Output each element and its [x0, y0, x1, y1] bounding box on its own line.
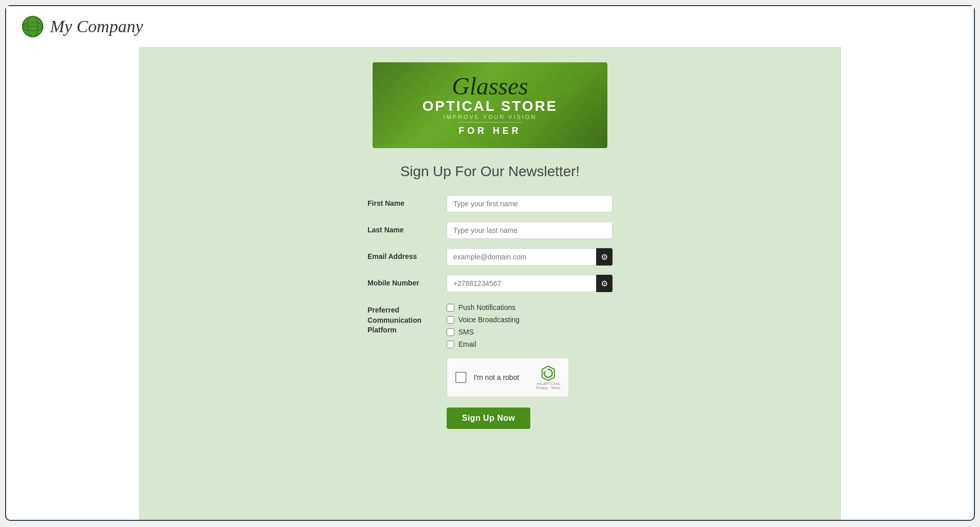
last-name-input[interactable] — [447, 222, 612, 239]
main-content-area: Glasses OPTICAL STORE IMPROVE YOUR VISIO… — [139, 47, 841, 520]
voice-broadcasting-checkbox[interactable] — [447, 316, 454, 324]
email-input[interactable] — [447, 248, 596, 266]
svg-point-5 — [396, 75, 431, 101]
last-name-row: Last Name — [368, 222, 612, 239]
banner-improve-text: IMPROVE YOUR VISION — [444, 114, 537, 120]
svg-point-12 — [544, 68, 569, 87]
first-name-input[interactable] — [447, 195, 612, 212]
recaptcha-links-text: Privacy - Terms — [536, 386, 560, 390]
mobile-input-wrapper: ⚙ — [447, 275, 612, 292]
newsletter-heading: Sign Up For Our Newsletter! — [154, 163, 826, 180]
company-name-label: My Company — [50, 17, 143, 36]
mobile-settings-button[interactable]: ⚙ — [596, 275, 612, 292]
email-checkbox[interactable] — [447, 341, 454, 348]
recaptcha-checkbox[interactable] — [455, 372, 467, 383]
sms-checkbox[interactable] — [447, 328, 454, 336]
voice-broadcasting-checkbox-item[interactable]: Voice Broadcasting — [447, 316, 520, 324]
svg-point-13 — [569, 68, 595, 87]
banner-optical-text: OPTICAL STORE — [422, 99, 557, 114]
checkbox-group: Push Notifications Voice Broadcasting SM… — [447, 301, 520, 348]
recaptcha-logo-area: reCAPTCHA Privacy - Terms — [536, 365, 560, 390]
voice-broadcasting-label: Voice Broadcasting — [458, 316, 520, 324]
email-label: Email Address — [368, 248, 447, 260]
last-name-label: Last Name — [368, 222, 447, 234]
sms-checkbox-item[interactable]: SMS — [447, 328, 520, 336]
signup-button-area: Sign Up Now — [447, 408, 612, 429]
preferred-comm-label: Preferred Communication Platform — [368, 301, 447, 336]
banner-forher-text: FOR HER — [459, 122, 522, 136]
signup-now-button[interactable]: Sign Up Now — [447, 408, 530, 429]
mobile-input[interactable] — [447, 275, 596, 292]
first-name-row: First Name — [368, 195, 612, 212]
header: My Company — [6, 6, 974, 47]
email-input-wrapper: ⚙ — [447, 248, 612, 266]
push-notifications-checkbox-item[interactable]: Push Notifications — [447, 303, 520, 312]
email-checkbox-label: Email — [458, 340, 476, 348]
last-name-input-wrapper — [447, 222, 612, 239]
banner-image: Glasses OPTICAL STORE IMPROVE YOUR VISIO… — [373, 62, 607, 148]
email-row: Email Address ⚙ — [368, 248, 612, 266]
email-checkbox-item[interactable]: Email — [447, 340, 520, 348]
mobile-row: Mobile Number ⚙ — [368, 275, 612, 292]
preferred-comm-row: Preferred Communication Platform Push No… — [368, 301, 612, 348]
gear-icon: ⚙ — [601, 252, 608, 262]
recaptcha-area: I'm not a robot reCAPTCHA Privacy - Term… — [447, 357, 612, 397]
recaptcha-label: I'm not a robot — [474, 373, 529, 381]
push-notifications-label: Push Notifications — [458, 303, 516, 312]
gear-icon-mobile: ⚙ — [601, 279, 608, 289]
email-settings-button[interactable]: ⚙ — [596, 248, 612, 266]
main-container: My Company Glasses OPTICAL STORE — [5, 5, 975, 521]
sms-label: SMS — [458, 328, 474, 336]
mobile-input-group: ⚙ — [447, 275, 612, 292]
banner-glasses-text: Glasses — [452, 74, 528, 99]
globe-icon — [21, 15, 44, 38]
recaptcha-logo-icon — [540, 365, 556, 381]
recaptcha-box[interactable]: I'm not a robot reCAPTCHA Privacy - Term… — [447, 357, 569, 397]
svg-point-10 — [388, 113, 419, 134]
email-input-group: ⚙ — [447, 248, 612, 266]
first-name-label: First Name — [368, 195, 447, 207]
first-name-input-wrapper — [447, 195, 612, 212]
push-notifications-checkbox[interactable] — [447, 304, 454, 312]
signup-form: First Name Last Name Email Address — [368, 195, 612, 429]
recaptcha-brand-text: reCAPTCHA — [536, 381, 559, 386]
mobile-label: Mobile Number — [368, 275, 447, 287]
